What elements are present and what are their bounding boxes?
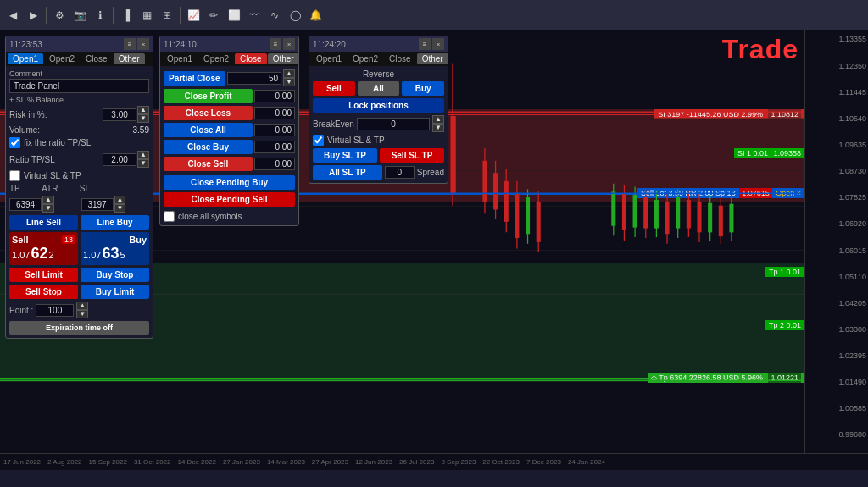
panel3-menu-icon[interactable]: ≡: [419, 38, 431, 50]
panel1-close-icon[interactable]: ×: [137, 38, 149, 50]
close-all-button[interactable]: Close All: [164, 123, 253, 137]
indicator-icon[interactable]: 📈: [184, 6, 203, 25]
panel3-close-icon[interactable]: ×: [432, 38, 444, 50]
close-buy-input[interactable]: [254, 141, 295, 153]
tab-close[interactable]: Close: [81, 53, 113, 64]
panel2-tab-open2[interactable]: Open2: [198, 53, 234, 64]
panel3-virtual-sl-tp-checkbox[interactable]: [313, 135, 324, 146]
buy-price-sup: 5: [120, 250, 125, 260]
tp-down-btn[interactable]: ▼: [42, 204, 54, 213]
panel3-tab-close[interactable]: Close: [384, 53, 416, 64]
risk-input[interactable]: [103, 108, 136, 121]
breakeven-input[interactable]: [357, 118, 430, 130]
partial-close-input[interactable]: [227, 72, 281, 85]
comment-input[interactable]: [9, 79, 149, 93]
settings-icon[interactable]: ⚙: [50, 6, 69, 25]
buy-limit-button[interactable]: Buy Limit: [81, 285, 149, 299]
close-pending-sell-button[interactable]: Close Pending Sell: [164, 192, 295, 207]
time-axis: 17 Jun 2022 2 Aug 2022 15 Sep 2022 31 Oc…: [0, 453, 868, 470]
point-input[interactable]: [36, 304, 74, 317]
panel3-tab-other[interactable]: Other: [417, 53, 448, 64]
line-buy-button[interactable]: Line Buy: [81, 215, 149, 230]
expiration-button[interactable]: Expiration time off: [9, 321, 149, 335]
line-icon[interactable]: 〰: [245, 6, 264, 25]
risk-up-btn[interactable]: ▲: [137, 106, 149, 114]
all-sl-tp-button[interactable]: All SL TP: [313, 165, 382, 180]
panel1-menu-icon[interactable]: ≡: [124, 38, 136, 50]
tab-open1[interactable]: Open1: [8, 53, 43, 64]
partial-up[interactable]: ▲: [283, 69, 295, 78]
lock-positions-button[interactable]: Lock positions: [313, 98, 444, 113]
spread-input[interactable]: [385, 166, 415, 179]
sell-stop-button[interactable]: Sell Stop: [9, 285, 78, 299]
draw-icon[interactable]: ✏: [204, 6, 223, 25]
ratio-up-btn[interactable]: ▲: [137, 151, 149, 159]
tp-up-btn[interactable]: ▲: [42, 196, 54, 204]
buy-sl-tp-button[interactable]: Buy SL TP: [313, 148, 377, 163]
grid-icon[interactable]: ▦: [137, 6, 156, 25]
camera-icon[interactable]: 📷: [70, 6, 89, 25]
reverse-all-button[interactable]: All: [358, 81, 400, 96]
sl-balance-label[interactable]: + SL % Balance: [9, 96, 149, 104]
close-loss-input[interactable]: [254, 107, 295, 119]
price-axis: 1.13355 1.12350 1.11445 1.10540 1.09635 …: [804, 30, 868, 470]
candle-icon[interactable]: ⊞: [158, 6, 176, 25]
rectangle-icon[interactable]: ⬜: [225, 6, 243, 25]
tab-other[interactable]: Other: [114, 53, 145, 64]
time-label-3: 15 Sep 2022: [86, 458, 131, 466]
info-icon[interactable]: ℹ: [91, 6, 109, 25]
close-sell-input[interactable]: [254, 158, 295, 170]
line-sell-button[interactable]: Line Sell: [9, 215, 78, 230]
close-buy-button[interactable]: Close Buy: [164, 140, 253, 154]
ratio-down-btn[interactable]: ▼: [137, 159, 149, 168]
reverse-buy-button[interactable]: Buy: [402, 81, 444, 96]
fix-ratio-checkbox[interactable]: [9, 137, 20, 148]
sell-sl-tp-button[interactable]: Sell SL TP: [380, 148, 444, 163]
point-down-btn[interactable]: ▼: [76, 310, 88, 318]
buy-block[interactable]: Buy 1.07 63 5: [81, 232, 149, 265]
sl-value-input[interactable]: [81, 198, 114, 211]
virtual-sl-tp-checkbox[interactable]: [9, 170, 20, 181]
alert-icon[interactable]: 🔔: [306, 6, 325, 25]
buy-stop-button[interactable]: Buy Stop: [81, 268, 149, 282]
partial-down[interactable]: ▼: [283, 78, 295, 86]
wave-icon[interactable]: ∿: [265, 6, 284, 25]
bar-chart-icon[interactable]: ▐: [117, 6, 136, 25]
sl-up-btn[interactable]: ▲: [114, 196, 126, 204]
close-pending-buy-button[interactable]: Close Pending Buy: [164, 175, 295, 190]
price-level-9: 1.06015: [838, 246, 866, 255]
sl-down-btn[interactable]: ▼: [114, 204, 126, 213]
sell-block[interactable]: Sell 13 1.07 62 2: [9, 232, 78, 265]
price-level-10: 1.05110: [838, 273, 866, 281]
sell-price-sup: 2: [48, 250, 53, 260]
close-profit-input[interactable]: [254, 90, 295, 102]
panel2-tab-open1[interactable]: Open1: [162, 53, 198, 64]
panel3-tab-open2[interactable]: Open2: [348, 53, 383, 64]
risk-down-btn[interactable]: ▼: [137, 114, 149, 123]
tp-value-input[interactable]: [9, 198, 42, 211]
panel2-tab-other[interactable]: Other: [268, 53, 299, 64]
forward-icon[interactable]: ▶: [24, 6, 42, 25]
close-all-input[interactable]: [254, 124, 295, 136]
reverse-sell-button[interactable]: Sell: [313, 81, 355, 96]
breakeven-up[interactable]: ▲: [432, 115, 444, 124]
circle-icon[interactable]: ◯: [286, 6, 304, 25]
close-all-symbols-checkbox[interactable]: [164, 211, 175, 222]
sell-limit-button[interactable]: Sell Limit: [9, 268, 78, 282]
time-label-14: 24 Jan 2024: [565, 458, 609, 466]
partial-close-button[interactable]: Partial Close: [164, 71, 225, 86]
close-loss-button[interactable]: Close Loss: [164, 106, 253, 120]
breakeven-down[interactable]: ▼: [432, 124, 444, 132]
point-up-btn[interactable]: ▲: [76, 302, 88, 310]
tab-open2[interactable]: Open2: [44, 53, 80, 64]
close-profit-button[interactable]: Close Profit: [164, 89, 253, 103]
panel2-close-icon[interactable]: ×: [283, 38, 295, 50]
panel2-tab-close[interactable]: Close: [235, 53, 267, 64]
panel2-menu-icon[interactable]: ≡: [270, 38, 281, 50]
close-panel: 11:24:10 ≡ × Open1 Open2 Close Other Par…: [159, 36, 299, 226]
panel3-tab-open1[interactable]: Open1: [311, 53, 347, 64]
ratio-input[interactable]: [103, 153, 136, 166]
close-sell-button[interactable]: Close Sell: [164, 157, 253, 171]
back-icon[interactable]: ◀: [3, 6, 22, 25]
close-all-symbols-label: close all symbols: [178, 212, 242, 221]
